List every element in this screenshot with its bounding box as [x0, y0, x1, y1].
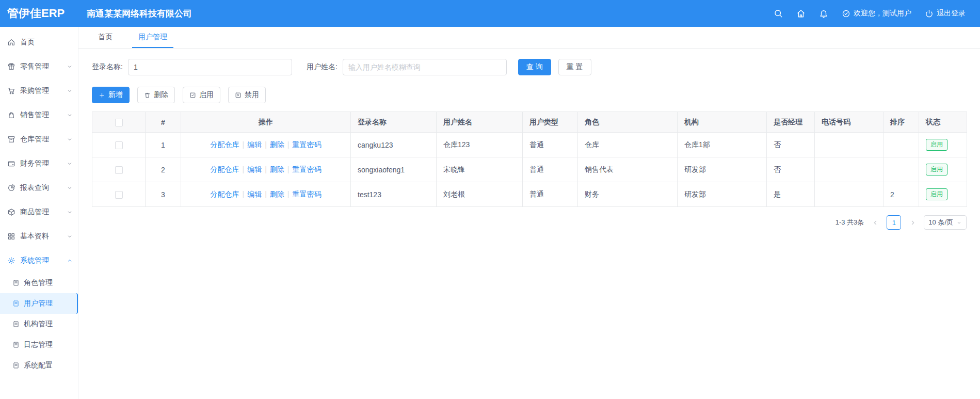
row-checkbox[interactable]: [115, 141, 123, 149]
file-icon: [12, 300, 20, 307]
op-separator: |: [243, 190, 245, 198]
sidebar-item-system-config[interactable]: 系统配置: [0, 355, 77, 376]
topbar-actions: 欢迎您，测试用户 退出登录: [774, 9, 980, 18]
company-name: 南通某某网络科技有限公司: [87, 8, 192, 20]
sidebar-item-label: 财务管理: [20, 159, 49, 168]
sidebar-item-org-management[interactable]: 机构管理: [0, 314, 77, 334]
edit-link[interactable]: 编辑: [247, 140, 262, 149]
cell-name: 刘老根: [437, 182, 523, 207]
sidebar-item-user-management[interactable]: 用户管理: [0, 293, 78, 314]
home-icon[interactable]: [796, 9, 806, 18]
user-name-input[interactable]: [343, 59, 507, 75]
login-name-input[interactable]: [128, 59, 292, 75]
sidebar-item-purchase[interactable]: 采购管理: [0, 78, 78, 103]
cell-type: 普通: [523, 182, 578, 207]
status-badge: 启用: [926, 164, 947, 175]
edit-link[interactable]: 编辑: [247, 165, 262, 173]
op-separator: |: [265, 140, 267, 149]
enable-button[interactable]: 启用: [183, 87, 220, 103]
col-status: 状态: [919, 112, 967, 133]
sidebar-subitem-label: 机构管理: [24, 320, 53, 329]
reset-password-link[interactable]: 重置密码: [292, 190, 321, 198]
search-icon[interactable]: [774, 9, 783, 18]
prev-page-icon[interactable]: [869, 216, 882, 229]
login-name-label: 登录名称:: [92, 62, 123, 72]
select-all-checkbox[interactable]: [115, 119, 123, 126]
sidebar-item-label: 商品管理: [20, 208, 49, 217]
assign-warehouse-link[interactable]: 分配仓库: [211, 190, 239, 198]
op-separator: |: [265, 165, 267, 173]
op-separator: |: [287, 140, 290, 149]
sidebar-item-report[interactable]: 报表查询: [0, 175, 78, 200]
delete-button[interactable]: 删除: [137, 87, 175, 103]
sidebar-subitem-label: 用户管理: [24, 299, 53, 308]
file-icon: [12, 362, 20, 369]
trash-icon: [144, 92, 151, 99]
disable-button[interactable]: 禁用: [228, 87, 266, 103]
bell-icon[interactable]: [819, 9, 828, 18]
tab-user-management[interactable]: 用户管理: [132, 27, 173, 48]
row-checkbox[interactable]: [115, 166, 123, 174]
purchase-icon: [7, 87, 15, 95]
reset-password-link[interactable]: 重置密码: [292, 165, 321, 173]
finance-icon: [7, 159, 15, 168]
erp-logo: 管伊佳ERP: [0, 6, 78, 21]
sidebar-item-log-management[interactable]: 日志管理: [0, 334, 77, 355]
logout-text: 退出登录: [937, 9, 966, 18]
reset-button[interactable]: 重 置: [558, 59, 591, 75]
table-header-row: # 操作 登录名称 用户姓名 用户类型 角色 机构 是否经理 电话号码 排序 状…: [92, 112, 967, 133]
delete-link[interactable]: 删除: [270, 190, 284, 198]
chevron-down-icon: [67, 233, 73, 240]
chevron-down-icon: [67, 209, 73, 215]
retail-icon: [7, 62, 15, 71]
sidebar-item-sales[interactable]: 销售管理: [0, 103, 78, 127]
sidebar-item-system[interactable]: 系统管理: [0, 248, 78, 273]
cell-manager: 是: [767, 182, 815, 207]
sidebar-item-label: 报表查询: [20, 183, 49, 193]
page-size-value: 10 条/页: [928, 218, 953, 227]
content: 登录名称: 用户姓名: 查 询 重 置 新增 删除 启用: [78, 49, 980, 230]
file-icon: [12, 321, 20, 328]
sidebar-item-finance[interactable]: 财务管理: [0, 151, 78, 175]
logout-button[interactable]: 退出登录: [925, 9, 966, 18]
package-icon: [7, 208, 15, 216]
sidebar-item-warehouse[interactable]: 仓库管理: [0, 127, 78, 151]
cell-login: test123: [351, 182, 437, 207]
sidebar-item-home[interactable]: 首页: [0, 30, 78, 54]
sidebar-item-basicdata[interactable]: 基本资料: [0, 224, 78, 248]
delete-link[interactable]: 删除: [270, 165, 284, 173]
filter-row: 登录名称: 用户姓名: 查 询 重 置: [92, 59, 967, 75]
col-is-manager: 是否经理: [767, 112, 815, 133]
cell-sort: [883, 133, 919, 157]
sidebar-item-product[interactable]: 商品管理: [0, 200, 78, 224]
table-row: 1 分配仓库|编辑|删除|重置密码 cangku123 仓库123 普通 仓库 …: [92, 133, 967, 157]
cell-phone: [815, 133, 883, 157]
cell-sort: [883, 157, 919, 182]
sidebar-item-label: 仓库管理: [20, 135, 49, 144]
grid-icon: [7, 232, 15, 241]
delete-link[interactable]: 删除: [270, 140, 284, 149]
chevron-up-icon: [67, 258, 73, 264]
chevron-down-icon: [67, 185, 73, 191]
edit-link[interactable]: 编辑: [247, 190, 262, 198]
file-icon: [12, 341, 20, 348]
next-page-icon[interactable]: [906, 216, 919, 229]
cell-name: 仓库123: [437, 133, 523, 157]
assign-warehouse-link[interactable]: 分配仓库: [211, 165, 239, 173]
logout-icon: [925, 9, 934, 18]
page-number[interactable]: 1: [887, 215, 901, 230]
welcome-user[interactable]: 欢迎您，测试用户: [842, 9, 911, 18]
tab-home[interactable]: 首页: [92, 27, 119, 48]
chevron-down-icon: [956, 220, 962, 226]
cell-org: 仓库1部: [678, 133, 767, 157]
reset-password-link[interactable]: 重置密码: [292, 140, 321, 149]
chevron-down-icon: [67, 63, 73, 70]
page-size-select[interactable]: 10 条/页: [924, 215, 967, 230]
sidebar-item-retail[interactable]: 零售管理: [0, 54, 78, 78]
assign-warehouse-link[interactable]: 分配仓库: [211, 140, 239, 149]
search-button[interactable]: 查 询: [518, 59, 551, 75]
add-button[interactable]: 新增: [92, 87, 130, 103]
sidebar-item-role-management[interactable]: 角色管理: [0, 273, 77, 293]
row-checkbox[interactable]: [115, 191, 123, 199]
op-separator: |: [243, 140, 245, 149]
